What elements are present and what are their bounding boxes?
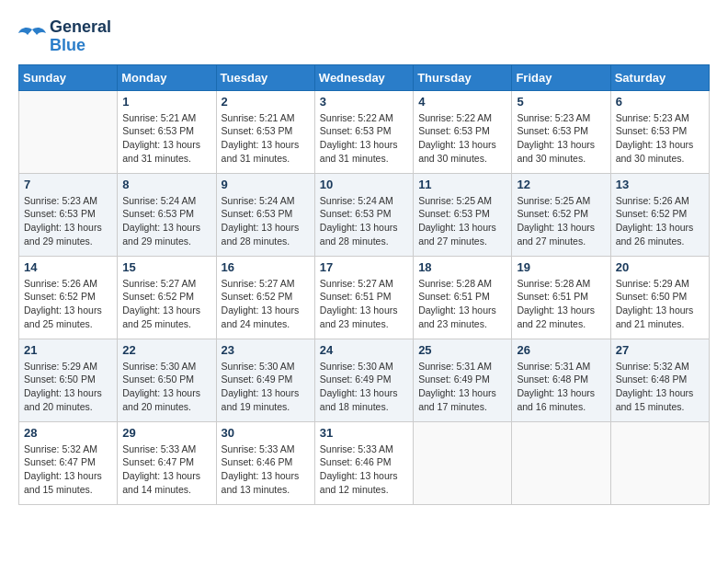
calendar-cell: 10Sunrise: 5:24 AMSunset: 6:53 PMDayligh… [314, 173, 413, 256]
weekday-header-thursday: Thursday [414, 64, 512, 90]
day-number: 8 [122, 178, 210, 191]
week-row-3: 14Sunrise: 5:26 AMSunset: 6:52 PMDayligh… [19, 256, 710, 339]
calendar-cell: 24Sunrise: 5:30 AMSunset: 6:49 PMDayligh… [314, 339, 413, 421]
day-info: Sunrise: 5:26 AMSunset: 6:52 PMDaylight:… [24, 277, 112, 331]
day-number: 24 [320, 343, 408, 357]
day-number: 17 [320, 260, 408, 274]
calendar-cell [414, 421, 512, 504]
weekday-header-tuesday: Tuesday [216, 64, 314, 90]
weekday-header-sunday: Sunday [19, 64, 118, 90]
day-info: Sunrise: 5:33 AMSunset: 6:46 PMDaylight:… [222, 442, 310, 497]
calendar-cell: 12Sunrise: 5:25 AMSunset: 6:52 PMDayligh… [512, 173, 610, 256]
week-row-1: 1Sunrise: 5:21 AMSunset: 6:53 PMDaylight… [19, 90, 710, 173]
calendar-cell: 22Sunrise: 5:30 AMSunset: 6:50 PMDayligh… [118, 339, 216, 421]
calendar-cell: 19Sunrise: 5:28 AMSunset: 6:51 PMDayligh… [512, 256, 610, 339]
day-number: 20 [616, 260, 704, 274]
day-info: Sunrise: 5:27 AMSunset: 6:52 PMDaylight:… [122, 277, 210, 331]
calendar-cell: 2Sunrise: 5:21 AMSunset: 6:53 PMDaylight… [216, 90, 314, 173]
calendar-cell: 7Sunrise: 5:23 AMSunset: 6:53 PMDaylight… [19, 173, 118, 256]
calendar-cell: 4Sunrise: 5:22 AMSunset: 6:53 PMDaylight… [414, 90, 512, 173]
day-number: 7 [24, 178, 112, 191]
logo: General Blue [18, 18, 111, 55]
day-info: Sunrise: 5:24 AMSunset: 6:53 PMDaylight:… [222, 194, 310, 248]
calendar-cell: 30Sunrise: 5:33 AMSunset: 6:46 PMDayligh… [216, 421, 314, 504]
day-number: 4 [418, 95, 506, 109]
day-info: Sunrise: 5:29 AMSunset: 6:50 PMDaylight:… [616, 277, 704, 331]
day-number: 31 [320, 426, 408, 440]
calendar-cell: 9Sunrise: 5:24 AMSunset: 6:53 PMDaylight… [216, 173, 314, 256]
calendar-cell: 21Sunrise: 5:29 AMSunset: 6:50 PMDayligh… [19, 339, 118, 421]
day-info: Sunrise: 5:30 AMSunset: 6:50 PMDaylight:… [122, 360, 210, 414]
day-number: 30 [222, 426, 310, 440]
calendar-cell: 3Sunrise: 5:22 AMSunset: 6:53 PMDaylight… [314, 90, 413, 173]
day-info: Sunrise: 5:31 AMSunset: 6:48 PMDaylight:… [517, 360, 605, 414]
day-number: 25 [418, 343, 506, 357]
calendar-header: SundayMondayTuesdayWednesdayThursdayFrid… [19, 64, 710, 90]
calendar-cell: 1Sunrise: 5:21 AMSunset: 6:53 PMDaylight… [118, 90, 216, 173]
day-number: 28 [24, 426, 112, 440]
calendar-cell: 14Sunrise: 5:26 AMSunset: 6:52 PMDayligh… [19, 256, 118, 339]
weekday-header-monday: Monday [118, 64, 216, 90]
logo-text: General Blue [50, 18, 111, 55]
day-number: 27 [616, 343, 704, 357]
day-number: 18 [418, 260, 506, 274]
weekday-header-saturday: Saturday [610, 64, 709, 90]
day-number: 26 [517, 343, 605, 357]
calendar-cell: 18Sunrise: 5:28 AMSunset: 6:51 PMDayligh… [414, 256, 512, 339]
calendar-cell: 15Sunrise: 5:27 AMSunset: 6:52 PMDayligh… [118, 256, 216, 339]
calendar-cell: 20Sunrise: 5:29 AMSunset: 6:50 PMDayligh… [610, 256, 709, 339]
day-info: Sunrise: 5:30 AMSunset: 6:49 PMDaylight:… [320, 360, 408, 414]
calendar-cell: 31Sunrise: 5:33 AMSunset: 6:46 PMDayligh… [314, 421, 413, 504]
day-info: Sunrise: 5:33 AMSunset: 6:46 PMDaylight:… [320, 442, 408, 497]
calendar-cell: 6Sunrise: 5:23 AMSunset: 6:53 PMDaylight… [610, 90, 709, 173]
calendar-cell: 29Sunrise: 5:33 AMSunset: 6:47 PMDayligh… [118, 421, 216, 504]
calendar-cell [512, 421, 610, 504]
day-number: 12 [517, 178, 605, 191]
day-info: Sunrise: 5:23 AMSunset: 6:53 PMDaylight:… [24, 194, 112, 248]
calendar-cell: 26Sunrise: 5:31 AMSunset: 6:48 PMDayligh… [512, 339, 610, 421]
calendar-body: 1Sunrise: 5:21 AMSunset: 6:53 PMDaylight… [19, 90, 710, 504]
logo-icon [18, 26, 46, 48]
day-info: Sunrise: 5:21 AMSunset: 6:53 PMDaylight:… [222, 111, 310, 166]
day-number: 9 [222, 178, 310, 191]
day-number: 6 [616, 95, 704, 109]
day-info: Sunrise: 5:27 AMSunset: 6:52 PMDaylight:… [222, 277, 310, 331]
day-info: Sunrise: 5:27 AMSunset: 6:51 PMDaylight:… [320, 277, 408, 331]
calendar-cell: 8Sunrise: 5:24 AMSunset: 6:53 PMDaylight… [118, 173, 216, 256]
day-info: Sunrise: 5:22 AMSunset: 6:53 PMDaylight:… [418, 111, 506, 166]
day-number: 2 [222, 95, 310, 109]
day-info: Sunrise: 5:26 AMSunset: 6:52 PMDaylight:… [616, 194, 704, 248]
day-info: Sunrise: 5:24 AMSunset: 6:53 PMDaylight:… [320, 194, 408, 248]
day-info: Sunrise: 5:23 AMSunset: 6:53 PMDaylight:… [517, 111, 605, 166]
day-number: 22 [122, 343, 210, 357]
day-number: 10 [320, 178, 408, 191]
day-info: Sunrise: 5:28 AMSunset: 6:51 PMDaylight:… [418, 277, 506, 331]
day-number: 16 [222, 260, 310, 274]
day-info: Sunrise: 5:31 AMSunset: 6:49 PMDaylight:… [418, 360, 506, 414]
calendar-cell: 23Sunrise: 5:30 AMSunset: 6:49 PMDayligh… [216, 339, 314, 421]
week-row-4: 21Sunrise: 5:29 AMSunset: 6:50 PMDayligh… [19, 339, 710, 421]
day-info: Sunrise: 5:22 AMSunset: 6:53 PMDaylight:… [320, 111, 408, 166]
day-info: Sunrise: 5:23 AMSunset: 6:53 PMDaylight:… [616, 111, 704, 166]
day-number: 5 [517, 95, 605, 109]
weekday-header-friday: Friday [512, 64, 610, 90]
calendar-cell: 11Sunrise: 5:25 AMSunset: 6:53 PMDayligh… [414, 173, 512, 256]
day-number: 11 [418, 178, 506, 191]
day-info: Sunrise: 5:29 AMSunset: 6:50 PMDaylight:… [24, 360, 112, 414]
day-info: Sunrise: 5:25 AMSunset: 6:53 PMDaylight:… [418, 194, 506, 248]
day-info: Sunrise: 5:24 AMSunset: 6:53 PMDaylight:… [122, 194, 210, 248]
calendar-cell [19, 90, 118, 173]
calendar-cell: 5Sunrise: 5:23 AMSunset: 6:53 PMDaylight… [512, 90, 610, 173]
weekday-header-row: SundayMondayTuesdayWednesdayThursdayFrid… [19, 64, 710, 90]
day-number: 1 [122, 95, 210, 109]
calendar-cell: 13Sunrise: 5:26 AMSunset: 6:52 PMDayligh… [610, 173, 709, 256]
day-info: Sunrise: 5:32 AMSunset: 6:47 PMDaylight:… [24, 442, 112, 497]
day-info: Sunrise: 5:32 AMSunset: 6:48 PMDaylight:… [616, 360, 704, 414]
calendar-cell: 27Sunrise: 5:32 AMSunset: 6:48 PMDayligh… [610, 339, 709, 421]
calendar-cell: 17Sunrise: 5:27 AMSunset: 6:51 PMDayligh… [314, 256, 413, 339]
day-number: 23 [222, 343, 310, 357]
day-info: Sunrise: 5:33 AMSunset: 6:47 PMDaylight:… [122, 442, 210, 497]
day-info: Sunrise: 5:30 AMSunset: 6:49 PMDaylight:… [222, 360, 310, 414]
weekday-header-wednesday: Wednesday [314, 64, 413, 90]
day-number: 29 [122, 426, 210, 440]
